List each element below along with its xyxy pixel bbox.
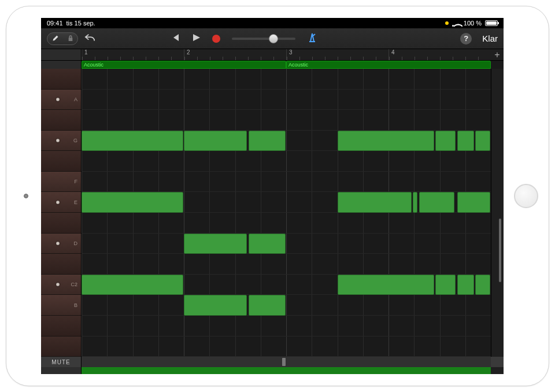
- midi-note[interactable]: [82, 131, 183, 151]
- midi-note[interactable]: [338, 275, 434, 295]
- midi-note[interactable]: [338, 192, 412, 213]
- play-button[interactable]: [191, 33, 201, 44]
- status-bar: 09:41 tis 15 sep. 100 %: [41, 18, 504, 28]
- vertical-scrollbar[interactable]: [499, 219, 501, 282]
- midi-note[interactable]: [413, 192, 417, 213]
- key-row[interactable]: [41, 213, 81, 234]
- midi-note[interactable]: [184, 234, 247, 254]
- note-area[interactable]: [82, 69, 504, 357]
- key-row[interactable]: [41, 110, 81, 131]
- app-screen: 09:41 tis 15 sep. 100 %: [41, 18, 504, 374]
- timeline-ruler[interactable]: 1234 +: [41, 49, 504, 61]
- key-row[interactable]: [41, 151, 81, 172]
- volume-slider[interactable]: [232, 38, 295, 40]
- midi-note[interactable]: [82, 192, 183, 213]
- midi-note[interactable]: [475, 275, 490, 295]
- midi-note[interactable]: [475, 131, 490, 151]
- bottom-region-strip: [41, 367, 504, 374]
- key-row[interactable]: B: [41, 295, 81, 316]
- key-row[interactable]: D: [41, 234, 81, 254]
- key-row[interactable]: A: [41, 90, 81, 110]
- key-label: C2: [71, 282, 77, 287]
- midi-note[interactable]: [457, 131, 474, 151]
- key-label: D: [74, 241, 78, 246]
- help-button[interactable]: ?: [460, 33, 472, 45]
- ruler-bar[interactable]: 2: [184, 49, 286, 60]
- undo-button[interactable]: [84, 32, 97, 45]
- playhead-handle[interactable]: [282, 358, 286, 366]
- key-row[interactable]: G: [41, 131, 81, 151]
- region-left[interactable]: Acoustic: [82, 61, 286, 69]
- key-row[interactable]: [41, 69, 81, 90]
- midi-note[interactable]: [435, 275, 455, 295]
- fret-dot-icon: [56, 242, 60, 245]
- key-row[interactable]: E: [41, 192, 81, 213]
- wifi-icon: [452, 20, 460, 26]
- midi-note[interactable]: [338, 131, 434, 151]
- metronome-button[interactable]: [307, 32, 317, 45]
- midi-note[interactable]: [82, 275, 183, 295]
- key-row[interactable]: [41, 254, 81, 275]
- ruler-bar[interactable]: 1: [82, 49, 184, 60]
- key-row[interactable]: [41, 336, 81, 357]
- fret-dot-icon: [56, 283, 60, 286]
- key-row[interactable]: C2: [41, 275, 81, 295]
- rewind-button[interactable]: [171, 33, 180, 44]
- mute-bar: MUTE: [41, 357, 504, 367]
- region-right[interactable]: Acoustic: [286, 61, 491, 69]
- fret-dot-icon: [56, 201, 60, 204]
- status-time: 09:41: [47, 20, 63, 27]
- volume-thumb[interactable]: [269, 34, 278, 43]
- key-row[interactable]: [41, 316, 81, 336]
- battery-icon: [485, 20, 498, 26]
- key-label: G: [73, 138, 77, 143]
- mute-label[interactable]: MUTE: [41, 357, 82, 367]
- status-date: tis 15 sep.: [66, 20, 95, 27]
- fret-dot-icon: [56, 98, 60, 101]
- mute-track[interactable]: [82, 357, 491, 367]
- midi-note[interactable]: [184, 131, 247, 151]
- midi-note[interactable]: [457, 192, 490, 213]
- midi-note[interactable]: [249, 295, 286, 316]
- region-gutter: [41, 61, 82, 69]
- add-bar-button[interactable]: +: [491, 49, 504, 60]
- ipad-home-button[interactable]: [514, 184, 538, 208]
- ruler-bar[interactable]: 4: [388, 49, 491, 60]
- ruler-gutter: [41, 49, 82, 60]
- region-header: Acoustic Acoustic: [41, 61, 504, 69]
- ipad-frame: 09:41 tis 15 sep. 100 %: [6, 6, 549, 386]
- battery-percent: 100 %: [464, 20, 482, 27]
- key-label: A: [74, 97, 77, 102]
- pencil-icon: [52, 34, 59, 43]
- midi-note[interactable]: [435, 131, 455, 151]
- location-indicator-icon: [445, 21, 449, 25]
- midi-note[interactable]: [419, 192, 454, 213]
- lock-icon: [68, 34, 73, 43]
- ipad-camera: [24, 194, 28, 198]
- key-row[interactable]: F: [41, 172, 81, 193]
- pitch-keys: AGFEDC2B: [41, 69, 82, 357]
- ruler-bar[interactable]: 3: [286, 49, 388, 60]
- grid-right-pad: [491, 69, 504, 357]
- midi-note[interactable]: [249, 234, 286, 254]
- key-label: B: [74, 302, 77, 308]
- midi-note[interactable]: [249, 131, 286, 151]
- key-label: E: [74, 199, 77, 205]
- midi-note[interactable]: [184, 295, 247, 316]
- edit-lock-toggle[interactable]: [47, 32, 78, 45]
- toolbar: ? Klar: [41, 28, 504, 49]
- fret-dot-icon: [56, 139, 60, 142]
- piano-roll-grid[interactable]: AGFEDC2B: [41, 69, 504, 357]
- record-button[interactable]: [212, 35, 220, 43]
- key-label: F: [75, 179, 78, 184]
- done-button[interactable]: Klar: [482, 34, 498, 43]
- bottom-region[interactable]: [82, 367, 491, 374]
- midi-note[interactable]: [457, 275, 474, 295]
- transport-controls: [171, 32, 317, 45]
